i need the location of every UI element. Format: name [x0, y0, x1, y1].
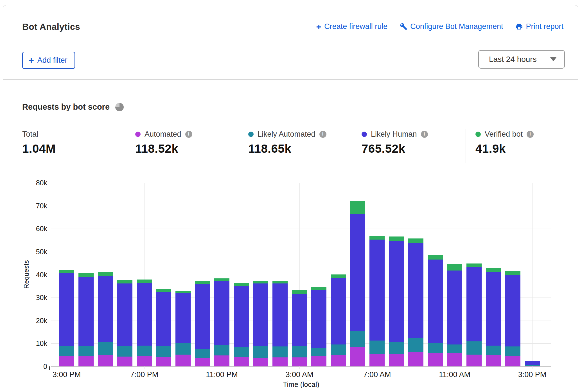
bar-segment-verified-bot: [447, 264, 462, 271]
bar-4-00-am[interactable]: [311, 287, 326, 366]
x-axis-tick-label: 7:00 AM: [349, 370, 405, 379]
bar-segment-likely-automated: [331, 344, 346, 355]
bar-segment-automated: [272, 357, 288, 366]
bar-segment-likely-human: [389, 241, 404, 342]
bar-segment-verified-bot: [389, 236, 404, 241]
bar-5-00-am[interactable]: [331, 274, 346, 366]
bar-segment-automated: [195, 358, 210, 366]
bar-11-00-am[interactable]: [447, 264, 462, 366]
bot-analytics-card: Bot Analytics + Create firewall rule Con…: [3, 5, 578, 392]
bar-segment-likely-human: [272, 283, 288, 346]
bar-segment-verified-bot: [78, 273, 94, 277]
bar-segment-likely-automated: [59, 346, 74, 356]
bar-segment-likely-human: [311, 290, 326, 348]
bar-segment-verified-bot: [505, 271, 520, 275]
bar-7-00-pm[interactable]: [137, 280, 152, 366]
bar-segment-likely-automated: [350, 331, 365, 347]
y-axis-title: Requests: [22, 255, 30, 294]
bar-segment-likely-automated: [369, 341, 385, 354]
bar-segment-verified-bot: [272, 281, 288, 284]
bar-segment-verified-bot: [137, 280, 152, 283]
bar-segment-automated: [466, 355, 482, 366]
bar-segment-likely-automated: [234, 347, 249, 357]
bar-segment-likely-automated: [272, 346, 288, 357]
bar-segment-likely-human: [447, 271, 462, 344]
bar-7-00-am[interactable]: [369, 236, 385, 366]
y-axis-tick-label: 10k: [28, 339, 47, 348]
bar-3-00-pm[interactable]: [59, 270, 74, 366]
bar-segment-likely-human: [234, 286, 249, 346]
bar-segment-automated: [98, 355, 113, 366]
bar-segment-verified-bot: [350, 201, 365, 214]
bar-segment-likely-human: [505, 275, 520, 346]
bar-segment-automated: [389, 354, 404, 366]
bar-2-00-am[interactable]: [272, 281, 288, 366]
bar-segment-verified-bot: [466, 263, 482, 267]
bar-segment-likely-human: [253, 283, 268, 346]
bar-9-00-am[interactable]: [408, 238, 423, 366]
bar-segment-automated: [331, 355, 346, 366]
bar-segment-likely-automated: [195, 349, 210, 358]
bar-segment-automated: [78, 356, 94, 366]
bar-11-00-pm[interactable]: [214, 278, 229, 366]
bar-segment-automated: [525, 366, 540, 366]
x-axis-tick-label: 7:00 PM: [116, 370, 172, 379]
bar-segment-automated: [369, 354, 385, 366]
bar-5-00-pm[interactable]: [98, 272, 113, 366]
bar-segment-likely-human: [486, 272, 501, 346]
bar-segment-likely-automated: [156, 346, 171, 357]
gridline: [51, 183, 551, 183]
bar-1-00-pm[interactable]: [486, 268, 501, 366]
bar-segment-verified-bot: [175, 291, 191, 293]
bar-3-00-am[interactable]: [292, 290, 307, 366]
bar-10-00-am[interactable]: [428, 255, 443, 366]
y-axis-tick-label: 70k: [28, 202, 47, 210]
bar-segment-likely-human: [350, 214, 365, 331]
bar-segment-verified-bot: [486, 268, 501, 272]
bar-segment-automated: [447, 353, 462, 366]
bar-segment-verified-bot: [156, 289, 171, 292]
bar-6-00-pm[interactable]: [117, 280, 132, 366]
bar-4-00-pm[interactable]: [78, 273, 94, 366]
bar-segment-likely-automated: [117, 346, 132, 357]
bar-segment-verified-bot: [292, 290, 307, 294]
bar-segment-likely-automated: [505, 346, 520, 356]
bar-segment-automated: [311, 356, 326, 366]
bar-3-00-pm[interactable]: [525, 361, 540, 366]
y-axis-tick-label: 40k: [28, 271, 47, 279]
bar-8-00-pm[interactable]: [156, 289, 171, 366]
bar-segment-verified-bot: [195, 281, 210, 284]
bar-9-00-pm[interactable]: [175, 291, 191, 366]
bar-segment-likely-human: [292, 294, 307, 346]
bar-segment-likely-human: [369, 240, 385, 341]
bar-segment-automated: [137, 356, 152, 366]
bar-segment-likely-automated: [428, 343, 443, 353]
bar-10-00-pm[interactable]: [195, 281, 210, 366]
bar-segment-likely-human: [137, 283, 152, 346]
bar-2-00-pm[interactable]: [505, 271, 520, 366]
bar-12-00-am[interactable]: [234, 283, 249, 366]
bar-segment-automated: [408, 352, 423, 366]
bar-8-00-am[interactable]: [389, 236, 404, 366]
bar-segment-likely-human: [156, 292, 171, 346]
bar-segment-likely-automated: [214, 345, 229, 355]
bar-segment-automated: [428, 353, 443, 366]
bar-segment-automated: [234, 357, 249, 366]
bar-segment-likely-automated: [175, 343, 191, 355]
gridline: [532, 183, 533, 369]
y-axis-tick-label: 20k: [28, 316, 47, 325]
bar-segment-likely-human: [98, 276, 113, 342]
axis-tick: [49, 366, 50, 370]
bar-6-00-am[interactable]: [350, 201, 365, 366]
bar-12-00-pm[interactable]: [466, 263, 482, 366]
bar-segment-likely-human: [331, 278, 346, 345]
x-axis-tick-label: 11:00 PM: [194, 370, 250, 379]
bar-segment-likely-human: [466, 267, 482, 341]
bar-segment-likely-human: [408, 243, 423, 338]
bar-1-00-am[interactable]: [253, 281, 268, 366]
gridline: [51, 229, 551, 229]
bar-segment-likely-automated: [78, 346, 94, 356]
bar-segment-automated: [117, 357, 132, 366]
gridline: [51, 206, 551, 206]
bar-segment-likely-automated: [137, 346, 152, 356]
